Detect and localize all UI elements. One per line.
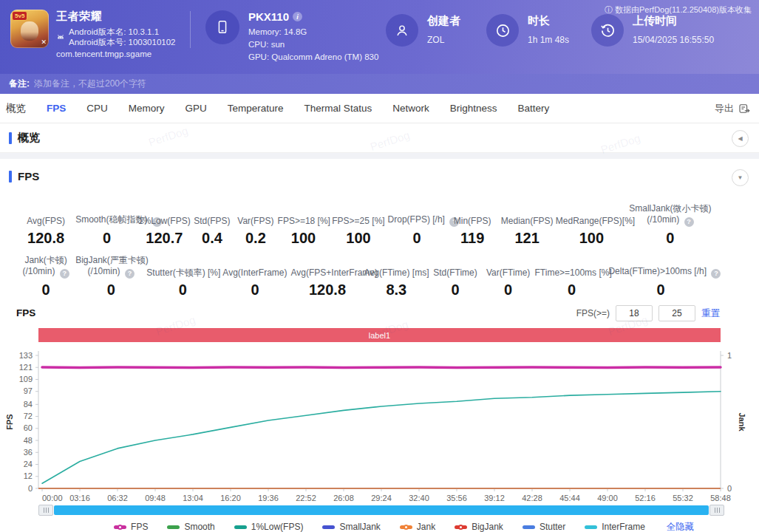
stat-value: 100 (278, 230, 330, 247)
chart-label-band: label1 (38, 328, 721, 342)
svg-text:26:08: 26:08 (333, 494, 354, 502)
legend-item-stutter[interactable]: Stutter (523, 522, 565, 532)
tab-list: 概览FPSCPUMemoryGPUTemperatureThermal Stat… (0, 94, 759, 123)
chart-legend: FPSSmooth1%Low(FPS)SmallJankJankBigJankS… (0, 520, 759, 532)
help-icon[interactable]: ? (60, 269, 69, 279)
fps-threshold-min-input[interactable] (616, 305, 653, 321)
legend-label: 1%Low(FPS) (251, 522, 304, 532)
y-axis-right: 01Jank (721, 351, 746, 493)
stat-label: Delta(FTime)>100ms [/h] ? (608, 256, 712, 279)
scrollbar-track[interactable] (54, 505, 709, 515)
stat-label: Smooth(稳帧指数) ? (75, 205, 138, 227)
help-icon[interactable]: ? (711, 269, 721, 279)
svg-text:03:16: 03:16 (69, 494, 90, 502)
reset-button[interactable]: 重置 (701, 307, 720, 320)
fps-title-row: FPS (9, 170, 39, 183)
scrollbar-left-handle[interactable] (38, 505, 53, 516)
svg-text:29:24: 29:24 (371, 494, 392, 502)
svg-text:121: 121 (19, 363, 33, 372)
hide-all-button[interactable]: 全隐藏 (667, 521, 695, 532)
clock-icon (486, 14, 519, 47)
fps-stats-row-2: Jank(卡顿)(/10min) ?0BigJank(严重卡顿)(/10min)… (16, 255, 713, 299)
metric-tab-bar: 概览FPSCPUMemoryGPUTemperatureThermal Stat… (0, 94, 759, 123)
fps-threshold-max-input[interactable] (658, 305, 695, 321)
stat-cell: Delta(FTime)>100ms [/h] ?0 (608, 255, 712, 299)
creator-value: ZOL (427, 35, 460, 45)
note-bar[interactable]: 备注: 添加备注，不超过200个字符 (0, 74, 759, 94)
legend-marker (114, 525, 126, 529)
tab-gpu[interactable]: GPU (186, 103, 207, 114)
x-axis: 00:0003:1606:3209:4813:0416:2019:3622:52… (42, 488, 731, 502)
fps-section-title: FPS (18, 170, 39, 183)
svg-text:45:44: 45:44 (559, 494, 580, 502)
stat-label: Std(FTime) (429, 256, 482, 279)
tab-network[interactable]: Network (392, 103, 429, 114)
stat-cell: Drop(FPS) [/h] ?0 (388, 203, 446, 247)
svg-text:Jank: Jank (738, 412, 746, 432)
stat-value: 0 (535, 282, 609, 299)
overview-collapse-button[interactable]: ◀ (732, 130, 749, 147)
stat-cell: Var(FPS)0.2 (234, 203, 277, 247)
stat-cell: Jank(卡顿)(/10min) ?0 (16, 255, 75, 299)
stat-cell: Stutter(卡顿率) [%]0 (146, 255, 219, 299)
stat-value: 121 (498, 230, 555, 247)
stat-cell: 1%Low(FPS)120.7 (138, 203, 191, 247)
svg-text:42:28: 42:28 (522, 494, 542, 502)
scrollbar-right-handle[interactable] (709, 505, 724, 516)
fps-collapse-button[interactable]: ▼ (732, 169, 749, 186)
svg-text:32:40: 32:40 (409, 494, 429, 502)
tab-brightness[interactable]: Brightness (450, 103, 497, 114)
tab-fps[interactable]: FPS (47, 103, 66, 114)
legend-label: Stutter (540, 522, 565, 532)
device-gpu: GPU: Qualcomm Adreno (TM) 830 (248, 52, 378, 61)
stat-cell: Var(FTime)0 (482, 255, 535, 299)
tab-battery[interactable]: Battery (517, 103, 549, 114)
stat-value: 0 (75, 230, 138, 247)
stat-cell: Smooth(稳帧指数) ?0 (75, 203, 138, 247)
creator-label: 创建者 (427, 14, 460, 28)
export-button[interactable]: 导出 (715, 94, 750, 123)
tab-temperature[interactable]: Temperature (228, 103, 284, 114)
legend-item-1-low-fps[interactable]: 1%Low(FPS) (234, 522, 304, 532)
stat-value: 120.7 (138, 230, 191, 247)
stat-label: Min(FPS) (446, 205, 499, 227)
tab-thermal-status[interactable]: Thermal Status (304, 103, 372, 114)
stat-cell: Std(FPS)0.4 (191, 203, 234, 247)
legend-item-fps[interactable]: FPS (114, 522, 148, 532)
legend-item-smooth[interactable]: Smooth (167, 522, 214, 532)
help-icon[interactable]: ? (125, 269, 135, 279)
stat-label: 1%Low(FPS) (138, 205, 191, 227)
app-icon-art (21, 21, 38, 41)
app-package: com.tencent.tmgp.sgame (56, 50, 176, 58)
chart-axes (38, 351, 721, 488)
legend-item-bigjank[interactable]: BigJank (455, 522, 503, 532)
stat-label: Avg(FTime) [ms] (364, 256, 429, 279)
tab-item-0[interactable]: 概览 (6, 102, 26, 115)
tab-memory[interactable]: Memory (129, 103, 165, 114)
section-divider (0, 153, 759, 159)
legend-item-jank[interactable]: Jank (400, 522, 435, 532)
help-icon[interactable]: ? (684, 217, 694, 227)
tab-cpu[interactable]: CPU (86, 103, 108, 114)
legend-label: BigJank (472, 522, 503, 532)
legend-label: InterFrame (602, 522, 645, 532)
svg-text:60: 60 (24, 423, 33, 432)
legend-item-smalljank[interactable]: SmallJank (322, 522, 380, 532)
svg-text:19:36: 19:36 (258, 494, 279, 502)
device-memory: Memory: 14.8G (248, 27, 378, 36)
stat-cell: Avg(FPS)120.8 (16, 203, 75, 247)
export-label: 导出 (715, 102, 734, 115)
android-version-lines: Android版本名: 10.3.1.1 Android版本号: 1003010… (69, 27, 176, 47)
fps-stats-row-1: Avg(FPS)120.8Smooth(稳帧指数) ?01%Low(FPS)12… (16, 203, 713, 247)
stat-value: 120.8 (291, 282, 364, 299)
legend-item-interframe[interactable]: InterFrame (585, 522, 645, 532)
person-icon (386, 14, 418, 47)
chart-scrollbar (38, 505, 724, 516)
legend-label: SmallJank (339, 522, 380, 532)
stat-cell: FPS>=18 [%]100 (278, 203, 330, 247)
note-label: 备注: (9, 78, 30, 90)
device-info-icon[interactable]: i (293, 12, 302, 21)
app-info-block: 5v5 ✕ 王者荣耀 Android版本名: 10.3.1.1 Android版… (10, 10, 176, 58)
creator-block: 创建者 ZOL (386, 14, 460, 47)
stat-value: 0 (75, 282, 146, 299)
